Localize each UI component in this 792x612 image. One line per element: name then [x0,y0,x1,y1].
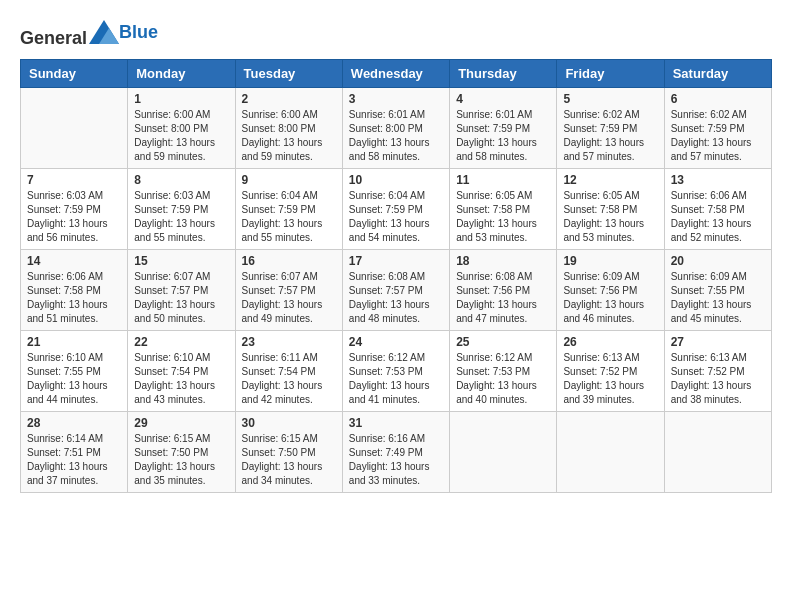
day-number: 25 [456,335,550,349]
calendar-cell: 8Sunrise: 6:03 AM Sunset: 7:59 PM Daylig… [128,169,235,250]
day-info: Sunrise: 6:04 AM Sunset: 7:59 PM Dayligh… [242,189,336,245]
calendar-cell: 13Sunrise: 6:06 AM Sunset: 7:58 PM Dayli… [664,169,771,250]
logo-icon [89,20,119,44]
day-number: 27 [671,335,765,349]
day-info: Sunrise: 6:11 AM Sunset: 7:54 PM Dayligh… [242,351,336,407]
day-info: Sunrise: 6:00 AM Sunset: 8:00 PM Dayligh… [242,108,336,164]
calendar-table: SundayMondayTuesdayWednesdayThursdayFrid… [20,59,772,493]
day-number: 28 [27,416,121,430]
day-info: Sunrise: 6:15 AM Sunset: 7:50 PM Dayligh… [242,432,336,488]
weekday-header-friday: Friday [557,60,664,88]
day-info: Sunrise: 6:13 AM Sunset: 7:52 PM Dayligh… [563,351,657,407]
logo-blue-text: Blue [119,22,158,43]
weekday-header-tuesday: Tuesday [235,60,342,88]
day-number: 22 [134,335,228,349]
calendar-cell: 7Sunrise: 6:03 AM Sunset: 7:59 PM Daylig… [21,169,128,250]
day-info: Sunrise: 6:02 AM Sunset: 7:59 PM Dayligh… [671,108,765,164]
calendar-cell: 5Sunrise: 6:02 AM Sunset: 7:59 PM Daylig… [557,88,664,169]
weekday-header-thursday: Thursday [450,60,557,88]
calendar-cell: 29Sunrise: 6:15 AM Sunset: 7:50 PM Dayli… [128,412,235,493]
logo-text-general: General [20,28,87,48]
calendar-cell: 21Sunrise: 6:10 AM Sunset: 7:55 PM Dayli… [21,331,128,412]
day-info: Sunrise: 6:06 AM Sunset: 7:58 PM Dayligh… [671,189,765,245]
calendar-cell: 14Sunrise: 6:06 AM Sunset: 7:58 PM Dayli… [21,250,128,331]
calendar-cell: 19Sunrise: 6:09 AM Sunset: 7:56 PM Dayli… [557,250,664,331]
day-number: 10 [349,173,443,187]
day-number: 30 [242,416,336,430]
day-number: 26 [563,335,657,349]
calendar-cell: 11Sunrise: 6:05 AM Sunset: 7:58 PM Dayli… [450,169,557,250]
logo: General Blue [20,20,158,49]
day-info: Sunrise: 6:04 AM Sunset: 7:59 PM Dayligh… [349,189,443,245]
day-info: Sunrise: 6:05 AM Sunset: 7:58 PM Dayligh… [456,189,550,245]
logo-general-text: General [20,20,119,49]
day-info: Sunrise: 6:03 AM Sunset: 7:59 PM Dayligh… [27,189,121,245]
calendar-cell: 2Sunrise: 6:00 AM Sunset: 8:00 PM Daylig… [235,88,342,169]
calendar-cell [21,88,128,169]
day-info: Sunrise: 6:07 AM Sunset: 7:57 PM Dayligh… [242,270,336,326]
day-number: 14 [27,254,121,268]
day-number: 29 [134,416,228,430]
day-number: 9 [242,173,336,187]
calendar-cell [664,412,771,493]
day-info: Sunrise: 6:06 AM Sunset: 7:58 PM Dayligh… [27,270,121,326]
day-number: 1 [134,92,228,106]
calendar-cell: 15Sunrise: 6:07 AM Sunset: 7:57 PM Dayli… [128,250,235,331]
day-number: 23 [242,335,336,349]
calendar-cell: 23Sunrise: 6:11 AM Sunset: 7:54 PM Dayli… [235,331,342,412]
day-number: 6 [671,92,765,106]
calendar-cell: 27Sunrise: 6:13 AM Sunset: 7:52 PM Dayli… [664,331,771,412]
calendar-body: 1Sunrise: 6:00 AM Sunset: 8:00 PM Daylig… [21,88,772,493]
calendar-cell: 3Sunrise: 6:01 AM Sunset: 8:00 PM Daylig… [342,88,449,169]
calendar-header: SundayMondayTuesdayWednesdayThursdayFrid… [21,60,772,88]
day-number: 21 [27,335,121,349]
calendar-week-row: 28Sunrise: 6:14 AM Sunset: 7:51 PM Dayli… [21,412,772,493]
calendar-cell: 18Sunrise: 6:08 AM Sunset: 7:56 PM Dayli… [450,250,557,331]
calendar-cell: 9Sunrise: 6:04 AM Sunset: 7:59 PM Daylig… [235,169,342,250]
day-number: 13 [671,173,765,187]
calendar-cell: 20Sunrise: 6:09 AM Sunset: 7:55 PM Dayli… [664,250,771,331]
weekday-header-saturday: Saturday [664,60,771,88]
page-header: General Blue [20,20,772,49]
calendar-cell: 26Sunrise: 6:13 AM Sunset: 7:52 PM Dayli… [557,331,664,412]
calendar-cell: 28Sunrise: 6:14 AM Sunset: 7:51 PM Dayli… [21,412,128,493]
calendar-week-row: 14Sunrise: 6:06 AM Sunset: 7:58 PM Dayli… [21,250,772,331]
day-info: Sunrise: 6:08 AM Sunset: 7:57 PM Dayligh… [349,270,443,326]
day-info: Sunrise: 6:14 AM Sunset: 7:51 PM Dayligh… [27,432,121,488]
day-info: Sunrise: 6:03 AM Sunset: 7:59 PM Dayligh… [134,189,228,245]
calendar-week-row: 1Sunrise: 6:00 AM Sunset: 8:00 PM Daylig… [21,88,772,169]
day-number: 12 [563,173,657,187]
day-number: 16 [242,254,336,268]
day-number: 5 [563,92,657,106]
day-number: 24 [349,335,443,349]
day-info: Sunrise: 6:13 AM Sunset: 7:52 PM Dayligh… [671,351,765,407]
calendar-cell: 16Sunrise: 6:07 AM Sunset: 7:57 PM Dayli… [235,250,342,331]
day-info: Sunrise: 6:12 AM Sunset: 7:53 PM Dayligh… [349,351,443,407]
calendar-cell: 31Sunrise: 6:16 AM Sunset: 7:49 PM Dayli… [342,412,449,493]
day-info: Sunrise: 6:12 AM Sunset: 7:53 PM Dayligh… [456,351,550,407]
day-info: Sunrise: 6:09 AM Sunset: 7:55 PM Dayligh… [671,270,765,326]
weekday-header-sunday: Sunday [21,60,128,88]
weekday-header-wednesday: Wednesday [342,60,449,88]
calendar-cell: 6Sunrise: 6:02 AM Sunset: 7:59 PM Daylig… [664,88,771,169]
calendar-cell: 22Sunrise: 6:10 AM Sunset: 7:54 PM Dayli… [128,331,235,412]
day-number: 15 [134,254,228,268]
calendar-cell: 4Sunrise: 6:01 AM Sunset: 7:59 PM Daylig… [450,88,557,169]
day-info: Sunrise: 6:08 AM Sunset: 7:56 PM Dayligh… [456,270,550,326]
day-number: 7 [27,173,121,187]
calendar-cell: 24Sunrise: 6:12 AM Sunset: 7:53 PM Dayli… [342,331,449,412]
calendar-cell [557,412,664,493]
day-info: Sunrise: 6:16 AM Sunset: 7:49 PM Dayligh… [349,432,443,488]
calendar-cell: 1Sunrise: 6:00 AM Sunset: 8:00 PM Daylig… [128,88,235,169]
calendar-cell: 10Sunrise: 6:04 AM Sunset: 7:59 PM Dayli… [342,169,449,250]
calendar-week-row: 7Sunrise: 6:03 AM Sunset: 7:59 PM Daylig… [21,169,772,250]
day-info: Sunrise: 6:02 AM Sunset: 7:59 PM Dayligh… [563,108,657,164]
calendar-cell: 17Sunrise: 6:08 AM Sunset: 7:57 PM Dayli… [342,250,449,331]
day-number: 8 [134,173,228,187]
day-number: 3 [349,92,443,106]
day-info: Sunrise: 6:09 AM Sunset: 7:56 PM Dayligh… [563,270,657,326]
day-info: Sunrise: 6:05 AM Sunset: 7:58 PM Dayligh… [563,189,657,245]
day-number: 17 [349,254,443,268]
calendar-week-row: 21Sunrise: 6:10 AM Sunset: 7:55 PM Dayli… [21,331,772,412]
day-number: 4 [456,92,550,106]
